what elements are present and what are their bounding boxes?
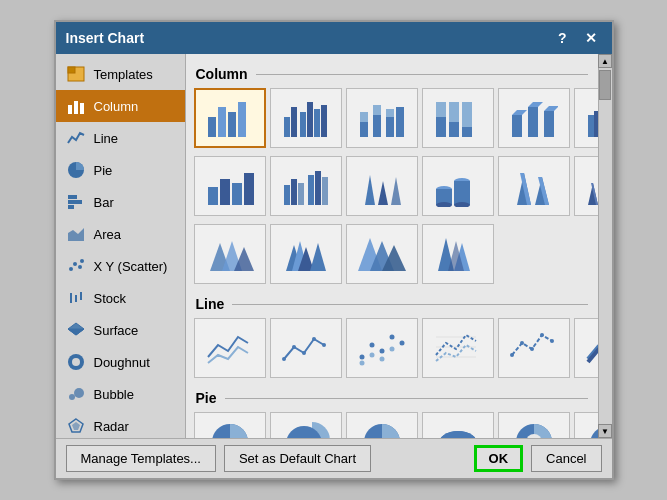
help-button[interactable]: ? bbox=[553, 28, 572, 48]
svg-marker-9 bbox=[68, 228, 84, 241]
chart-item[interactable] bbox=[574, 156, 598, 216]
chart-item[interactable] bbox=[346, 224, 418, 284]
set-default-chart-button[interactable]: Set as Default Chart bbox=[224, 445, 371, 472]
chart-item[interactable] bbox=[194, 412, 266, 438]
svg-rect-6 bbox=[68, 195, 77, 199]
svg-rect-43 bbox=[436, 102, 446, 117]
svg-point-22 bbox=[74, 388, 84, 398]
svg-rect-52 bbox=[544, 111, 554, 137]
dialog-title: Insert Chart bbox=[66, 30, 145, 46]
chart-item[interactable] bbox=[574, 412, 598, 438]
chart-item[interactable] bbox=[422, 88, 494, 148]
chart-item[interactable] bbox=[270, 88, 342, 148]
svg-rect-38 bbox=[373, 105, 381, 115]
chart-item[interactable] bbox=[422, 412, 494, 438]
ok-button[interactable]: OK bbox=[474, 445, 524, 472]
chart-item[interactable] bbox=[270, 224, 342, 284]
chart-item[interactable] bbox=[498, 156, 570, 216]
svg-marker-94 bbox=[310, 243, 326, 271]
svg-rect-28 bbox=[238, 102, 246, 137]
svg-rect-27 bbox=[228, 112, 236, 137]
svg-point-21 bbox=[69, 394, 75, 400]
scrollbar[interactable]: ▲ ▼ bbox=[598, 54, 612, 438]
line-icon bbox=[66, 128, 86, 148]
chart-item[interactable] bbox=[346, 318, 418, 378]
close-button[interactable]: ✕ bbox=[580, 28, 602, 48]
svg-rect-37 bbox=[373, 115, 381, 137]
chart-item[interactable] bbox=[346, 412, 418, 438]
sidebar-item-doughnut[interactable]: Doughnut bbox=[56, 346, 185, 378]
svg-marker-72 bbox=[391, 177, 401, 205]
svg-point-103 bbox=[302, 351, 306, 355]
svg-rect-68 bbox=[315, 171, 321, 205]
chart-item[interactable] bbox=[194, 156, 266, 216]
scroll-down-button[interactable]: ▼ bbox=[598, 424, 612, 438]
sidebar-item-templates[interactable]: Templates bbox=[56, 58, 185, 90]
sidebar-item-column[interactable]: Column bbox=[56, 90, 185, 122]
svg-rect-3 bbox=[74, 101, 78, 114]
chart-section: Column bbox=[186, 54, 598, 438]
chart-item[interactable] bbox=[270, 318, 342, 378]
sidebar-item-surface[interactable]: Surface bbox=[56, 314, 185, 346]
svg-rect-40 bbox=[386, 109, 394, 117]
svg-rect-77 bbox=[454, 181, 470, 205]
chart-item[interactable] bbox=[498, 412, 570, 438]
manage-templates-button[interactable]: Manage Templates... bbox=[66, 445, 216, 472]
chart-item[interactable] bbox=[574, 318, 598, 378]
line-section-header: Line bbox=[194, 292, 590, 318]
svg-rect-60 bbox=[208, 187, 218, 205]
chart-item[interactable] bbox=[422, 318, 494, 378]
chart-item[interactable] bbox=[194, 224, 266, 284]
chart-item[interactable] bbox=[194, 88, 266, 148]
svg-rect-4 bbox=[80, 103, 84, 114]
sidebar-item-line[interactable]: Line bbox=[56, 122, 185, 154]
svg-rect-26 bbox=[218, 107, 226, 137]
svg-rect-66 bbox=[298, 183, 304, 205]
area-label: Area bbox=[94, 227, 121, 242]
chart-item[interactable] bbox=[346, 88, 418, 148]
svg-rect-1 bbox=[68, 67, 75, 73]
doughnut-label: Doughnut bbox=[94, 355, 150, 370]
svg-rect-61 bbox=[220, 179, 230, 205]
svg-rect-29 bbox=[284, 117, 290, 137]
chart-item[interactable] bbox=[574, 88, 598, 148]
chart-item[interactable] bbox=[422, 156, 494, 216]
cancel-button[interactable]: Cancel bbox=[531, 445, 601, 472]
chart-item[interactable] bbox=[346, 156, 418, 216]
sidebar-item-stock[interactable]: Stock bbox=[56, 282, 185, 314]
footer-left: Manage Templates... Set as Default Chart bbox=[66, 445, 372, 472]
svg-rect-39 bbox=[386, 117, 394, 137]
svg-rect-62 bbox=[232, 183, 242, 205]
chart-item[interactable] bbox=[422, 224, 494, 284]
svg-point-112 bbox=[369, 353, 374, 358]
column-chart-grid-3 bbox=[194, 224, 590, 284]
svg-rect-63 bbox=[244, 173, 254, 205]
scroll-thumb[interactable] bbox=[599, 70, 611, 100]
insert-chart-dialog: Insert Chart ? ✕ Templates bbox=[54, 20, 614, 480]
svg-point-101 bbox=[282, 357, 286, 361]
chart-item[interactable] bbox=[498, 318, 570, 378]
chart-item[interactable] bbox=[270, 412, 342, 438]
sidebar-item-radar[interactable]: Radar bbox=[56, 410, 185, 438]
chart-item[interactable] bbox=[498, 88, 570, 148]
chart-item[interactable] bbox=[194, 318, 266, 378]
sidebar-item-bubble[interactable]: Bubble bbox=[56, 378, 185, 410]
sidebar-item-scatter[interactable]: X Y (Scatter) bbox=[56, 250, 185, 282]
scatter-label: X Y (Scatter) bbox=[94, 259, 168, 274]
sidebar-item-area[interactable]: Area bbox=[56, 218, 185, 250]
sidebar-item-bar[interactable]: Bar bbox=[56, 186, 185, 218]
templates-icon bbox=[66, 64, 86, 84]
surface-icon bbox=[66, 320, 86, 340]
svg-point-102 bbox=[292, 345, 296, 349]
svg-point-12 bbox=[78, 265, 82, 269]
area-icon bbox=[66, 224, 86, 244]
scatter-icon bbox=[66, 256, 86, 276]
pie-chart-grid bbox=[194, 412, 590, 438]
bubble-label: Bubble bbox=[94, 387, 134, 402]
svg-rect-36 bbox=[360, 112, 368, 122]
scroll-up-button[interactable]: ▲ bbox=[598, 54, 612, 68]
sidebar-item-pie[interactable]: Pie bbox=[56, 154, 185, 186]
radar-label: Radar bbox=[94, 419, 129, 434]
chart-item[interactable] bbox=[270, 156, 342, 216]
svg-point-20 bbox=[72, 358, 80, 366]
